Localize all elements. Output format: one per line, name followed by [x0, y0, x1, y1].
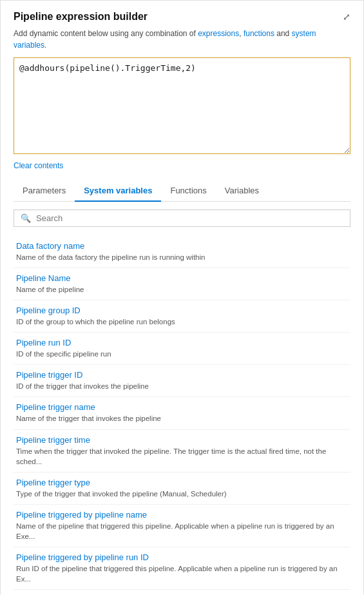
variable-name: Pipeline trigger ID: [16, 370, 348, 380]
list-item[interactable]: Pipeline NameName of the pipeline: [14, 268, 350, 300]
variable-desc: Name of the pipeline that triggered this…: [16, 521, 348, 541]
clear-contents-link[interactable]: Clear contents: [14, 161, 63, 170]
variable-name: Pipeline triggered by pipeline name: [16, 510, 348, 520]
variable-name: Pipeline Name: [16, 273, 348, 283]
variable-desc: Name of the data factory the pipeline ru…: [16, 252, 348, 262]
list-item[interactable]: Pipeline run IDID of the specific pipeli…: [14, 333, 350, 365]
panel-title: Pipeline expression builder: [14, 11, 148, 23]
list-item[interactable]: Data factory nameName of the data factor…: [14, 236, 350, 268]
variable-desc: Run ID of the pipeline that triggered th…: [16, 563, 348, 584]
expression-editor[interactable]: [14, 57, 350, 154]
variable-desc: Name of the trigger that invokes the pip…: [16, 413, 348, 424]
list-item[interactable]: Pipeline trigger nameName of the trigger…: [14, 397, 350, 429]
expressions-link[interactable]: expressions: [198, 29, 239, 38]
functions-link[interactable]: functions: [244, 29, 274, 38]
list-item[interactable]: Pipeline trigger IDID of the trigger tha…: [14, 365, 350, 397]
tabs-bar: Parameters System variables Functions Va…: [14, 180, 350, 202]
search-icon: 🔍: [21, 213, 31, 223]
variable-name: Pipeline trigger name: [16, 402, 348, 412]
list-item[interactable]: Pipeline group IDID of the group to whic…: [14, 300, 350, 333]
tab-parameters[interactable]: Parameters: [14, 180, 75, 202]
tab-functions[interactable]: Functions: [161, 180, 215, 202]
tab-variables[interactable]: Variables: [216, 180, 268, 202]
tab-system-variables[interactable]: System variables: [75, 180, 161, 202]
search-box: 🔍: [14, 210, 350, 227]
variable-name: Pipeline trigger time: [16, 435, 348, 445]
variable-name: Pipeline run ID: [16, 338, 348, 347]
list-item[interactable]: Pipeline trigger timeTime when the trigg…: [14, 430, 350, 473]
list-item[interactable]: Pipeline triggered by pipeline run IDRun…: [14, 547, 350, 590]
expand-icon[interactable]: ⤢: [343, 12, 350, 22]
variables-list: Data factory nameName of the data factor…: [14, 236, 350, 590]
variable-desc: Name of the pipeline: [16, 284, 348, 295]
list-item[interactable]: Pipeline triggered by pipeline nameName …: [14, 505, 350, 547]
variable-desc: Time when the trigger that invoked the p…: [16, 446, 348, 467]
variable-name: Pipeline group ID: [16, 306, 348, 315]
variable-desc: ID of the group to which the pipeline ru…: [16, 317, 348, 327]
list-item[interactable]: Pipeline trigger typeType of the trigger…: [14, 473, 350, 505]
variable-desc: Type of the trigger that invoked the pip…: [16, 489, 348, 499]
variable-name: Pipeline triggered by pipeline run ID: [16, 552, 348, 562]
variable-name: Pipeline trigger type: [16, 478, 348, 487]
search-input[interactable]: [36, 213, 343, 223]
variable-name: Data factory name: [16, 241, 348, 251]
variable-desc: ID of the specific pipeline run: [16, 349, 348, 359]
variable-desc: ID of the trigger that invokes the pipel…: [16, 381, 348, 391]
subtitle: Add dynamic content below using any comb…: [14, 28, 350, 51]
